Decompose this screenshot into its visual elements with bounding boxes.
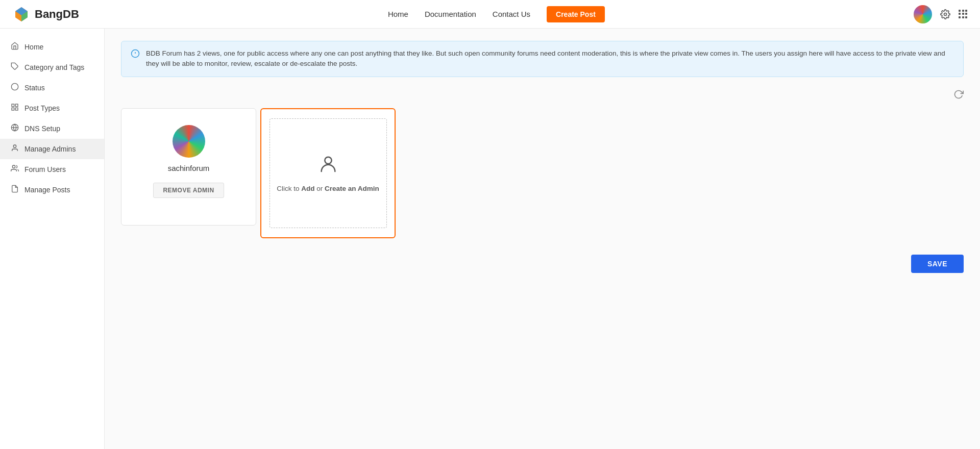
header-nav: Home Documentation Contact Us Create Pos… [388,6,605,22]
add-person-icon [318,154,338,179]
sidebar-item-manage-admins-label: Manage Admins [24,145,76,153]
info-text: BDB Forum has 2 views, one for public ac… [146,48,954,69]
top-right-actions [121,89,964,102]
add-admin-inner: Click to Add or Create an Admin [270,118,387,228]
svg-point-13 [13,145,16,147]
header: BangDB Home Documentation Contact Us Cre… [0,0,980,29]
sidebar-item-category-and-tags[interactable]: Category and Tags [0,57,104,78]
sidebar-item-status-label: Status [24,84,45,92]
grid-icon [959,10,968,19]
home-icon [10,42,19,52]
svg-point-14 [12,165,15,168]
sidebar-item-forum-users[interactable]: Forum Users [0,159,104,180]
settings-button[interactable] [940,9,950,19]
sidebar-item-home[interactable]: Home [0,37,104,57]
sidebar-item-post-types[interactable]: Post Types [0,98,104,118]
add-admin-create-bold: Create an Admin [325,185,379,192]
sidebar-item-manage-posts-label: Manage Posts [24,186,70,194]
sidebar-item-forum-users-label: Forum Users [24,165,66,173]
refresh-icon [953,89,964,99]
admin-username: sachinforum [168,164,210,172]
sidebar: Home Category and Tags Status Post Types… [0,29,105,449]
add-admin-text: Click to Add or Create an Admin [277,185,379,192]
svg-point-6 [11,83,18,90]
grid-menu-button[interactable] [959,10,968,19]
nav-documentation[interactable]: Documentation [425,10,476,18]
layout-icon [10,103,19,113]
nav-contact[interactable]: Contact Us [493,10,530,18]
file-icon [10,185,19,195]
logo[interactable]: BangDB [12,5,79,23]
sidebar-item-category-label: Category and Tags [24,63,84,71]
svg-rect-7 [12,104,14,107]
users-icon [10,164,19,174]
main-content: BDB Forum has 2 views, one for public ac… [105,29,980,449]
cards-area: sachinforum REMOVE ADMIN Click to Add or… [121,108,964,238]
svg-rect-8 [15,104,18,107]
sidebar-item-status[interactable]: Status [0,78,104,98]
svg-rect-9 [15,108,18,110]
status-icon [10,83,19,93]
add-admin-add-bold: Add [301,185,314,192]
admin-card: sachinforum REMOVE ADMIN [121,108,256,226]
sidebar-item-dns-label: DNS Setup [24,124,60,133]
info-icon [131,49,140,61]
user-avatar[interactable] [914,5,932,23]
create-post-button[interactable]: Create Post [547,6,605,22]
admin-avatar [173,125,205,158]
sidebar-item-manage-posts[interactable]: Manage Posts [0,180,104,200]
sidebar-item-home-label: Home [24,43,43,51]
layout: Home Category and Tags Status Post Types… [0,29,980,449]
tag-icon [10,62,19,72]
save-area: SAVE [121,255,964,273]
nav-home[interactable]: Home [388,10,408,18]
svg-point-4 [944,13,947,15]
sidebar-item-dns-setup[interactable]: DNS Setup [0,118,104,139]
sidebar-item-post-types-label: Post Types [24,104,60,112]
gear-icon [940,9,950,19]
add-admin-or: or [314,185,325,192]
info-banner: BDB Forum has 2 views, one for public ac… [121,41,964,77]
add-admin-prefix: Click to [277,185,301,192]
svg-point-18 [325,157,331,164]
logo-text: BangDB [35,8,79,21]
user-icon [10,144,19,154]
globe-icon [10,123,19,134]
remove-admin-button[interactable]: REMOVE ADMIN [153,183,224,198]
refresh-button[interactable] [953,89,964,102]
header-icons [914,5,968,23]
add-admin-card[interactable]: Click to Add or Create an Admin [260,108,396,238]
logo-icon [12,5,31,23]
sidebar-item-manage-admins[interactable]: Manage Admins [0,139,104,159]
save-button[interactable]: SAVE [911,255,964,273]
svg-rect-10 [12,108,14,110]
